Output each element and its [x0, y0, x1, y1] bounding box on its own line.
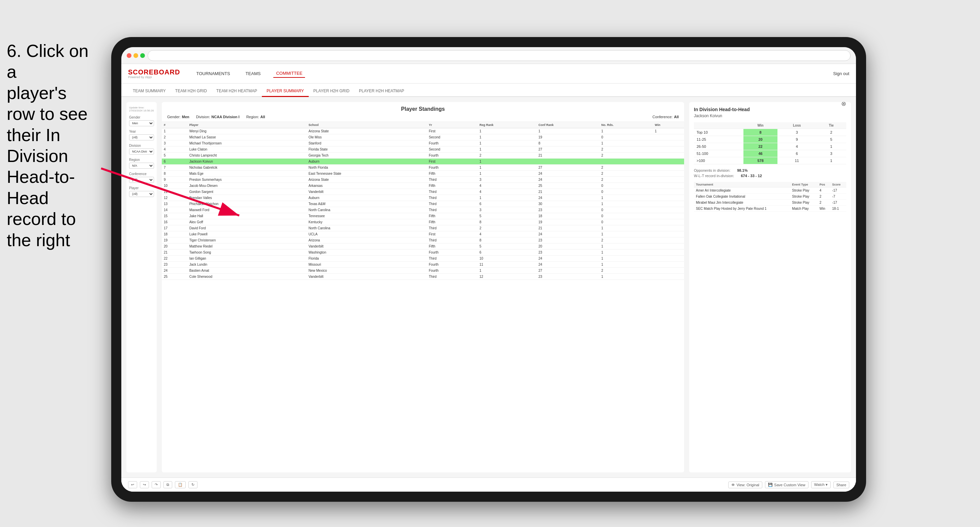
table-row[interactable]: 8 Mats Ege East Tennessee State Fifth 1 …	[162, 171, 684, 177]
h2h-range: Top 10	[694, 129, 743, 136]
table-row[interactable]: 7 Nicholas Gabrelcik North Florida Fourt…	[162, 165, 684, 171]
tournament-row: Mirabel Maui Jim Intercollegiate Stroke …	[694, 200, 846, 206]
h2h-tie: 2	[816, 129, 846, 136]
division-filter-select[interactable]: NCAA Division I	[129, 149, 154, 155]
region-filter-select[interactable]: N/A	[129, 163, 154, 169]
table-row[interactable]: 6 Jackson Koivun Auburn First 1	[162, 159, 684, 165]
conference-label: Conference:	[652, 115, 673, 119]
paste-button[interactable]: 📋	[175, 481, 186, 488]
dot-yellow[interactable]	[134, 53, 138, 58]
table-row[interactable]: 1 Wenyi Ding Arizona State First 1 1 1 1	[162, 128, 684, 134]
cell-player: Mats Ege	[188, 171, 307, 177]
table-row[interactable]: 10 Jacob Mou-Olesen Arkansas Fifth 4 25 …	[162, 183, 684, 189]
view-original-button[interactable]: 👁 View: Original	[728, 481, 762, 488]
table-row[interactable]: 17 David Ford North Carolina Third 2 21 …	[162, 225, 684, 231]
conference-value: All	[674, 115, 679, 119]
table-row[interactable]: 24 Bastien Amat New Mexico Fourth 1 27 2	[162, 268, 684, 274]
nav-committee[interactable]: COMMITTEE	[273, 69, 305, 78]
nav-tournaments[interactable]: TOURNAMENTS	[193, 70, 232, 78]
cell-reg: 5	[477, 243, 536, 249]
player-filter-select[interactable]: (All)	[129, 191, 154, 197]
table-row[interactable]: 11 Gordon Sargent Vanderbilt Third 4 21 …	[162, 189, 684, 195]
cell-rds: 1	[599, 225, 653, 231]
table-row[interactable]: 13 Phichaksn Maichon Texas A&M Third 6 3…	[162, 201, 684, 207]
tab-team-h2h-grid[interactable]: TEAM H2H GRID	[170, 86, 212, 97]
cell-school: New Mexico	[307, 268, 427, 274]
redo-button[interactable]: ↪	[140, 481, 149, 488]
table-row[interactable]: 4 Luke Claton Florida State Second 1 27 …	[162, 146, 684, 152]
table-row[interactable]: 25 Cole Sherwood Vanderbilt Third 12 23 …	[162, 274, 684, 280]
table-row[interactable]: 23 Jack Lundin Missouri Fourth 11 24 1	[162, 262, 684, 268]
table-row[interactable]: 5 Christo Lamprecht Georgia Tech Fourth …	[162, 152, 684, 159]
tournament-table: Tournament Event Type Pos Score Amer Ari…	[694, 182, 846, 212]
table-row[interactable]: 15 Jake Hall Tennessee Fifth 5 18 0	[162, 213, 684, 219]
division-label: Division:	[196, 115, 210, 119]
bottom-toolbar: ↩ ↪ ↷ ⧉ 📋 ↻ 👁 View: Original 💾 Save Cust…	[121, 478, 856, 492]
table-row[interactable]: 3 Michael Thorbjornsen Stanford Fourth 1…	[162, 140, 684, 146]
h2h-range: 26-50	[694, 143, 743, 150]
h2h-breakdown-table: Win Loss Tie Top 10 8 3 2 11-25 20 9 5 2…	[694, 122, 846, 164]
cell-conf: 23	[536, 249, 599, 256]
cell-school: North Carolina	[307, 225, 427, 231]
cell-conf: 8	[536, 140, 599, 146]
t-pos: Win	[818, 206, 830, 212]
cell-win	[653, 165, 684, 171]
cell-yr: Third	[426, 195, 477, 201]
dot-red[interactable]	[127, 53, 131, 58]
forward-button[interactable]: ↷	[152, 481, 161, 488]
opponents-stat-row: Opponents in division: 98.1%	[694, 168, 846, 172]
table-row[interactable]: 20 Matthew Riedel Vanderbilt Fifth 5 20 …	[162, 243, 684, 249]
cell-yr: Fifth	[426, 183, 477, 189]
save-icon: 💾	[768, 483, 773, 487]
table-row[interactable]: 12 Brendan Valles Auburn Third 1 24 1	[162, 195, 684, 201]
table-row[interactable]: 22 Ian Gilligan Florida Third 10 24 1	[162, 256, 684, 262]
cell-num: 14	[162, 207, 188, 213]
h2h-loss: 6	[778, 150, 816, 157]
table-row[interactable]: 14 Maxwell Ford North Carolina Third 3 2…	[162, 207, 684, 213]
h2h-tie: 1	[816, 143, 846, 150]
tab-player-h2h-grid[interactable]: PLAYER H2H GRID	[309, 86, 354, 97]
col-yr: Yr	[426, 122, 477, 128]
dot-green[interactable]	[140, 53, 145, 58]
cell-num: 1	[162, 128, 188, 134]
year-filter-select[interactable]: (All)	[129, 134, 154, 140]
cell-reg: 1	[477, 159, 536, 165]
share-button[interactable]: Share	[834, 481, 849, 488]
tab-team-h2h-heatmap[interactable]: TEAM H2H HEATMAP	[212, 86, 262, 97]
wlt-value: 674 - 33 - 12	[741, 174, 762, 178]
cell-win	[653, 268, 684, 274]
table-row[interactable]: 18 Luke Powell UCLA First 4 24 1	[162, 231, 684, 237]
gender-filter-select[interactable]: Men	[129, 120, 154, 126]
cell-conf: 25	[536, 183, 599, 189]
save-custom-button[interactable]: 💾 Save Custom View	[765, 481, 808, 488]
gender-display: Gender: Men	[167, 115, 189, 119]
cell-reg: 1	[477, 165, 536, 171]
h2h-close-button[interactable]: ⊗	[841, 102, 846, 108]
table-row[interactable]: 9 Preston Summerhays Arizona State Third…	[162, 177, 684, 183]
h2h-row: 26-50 22 4 1	[694, 143, 846, 150]
tab-player-summary[interactable]: PLAYER SUMMARY	[262, 86, 309, 97]
sign-out-link[interactable]: Sign out	[833, 71, 849, 76]
cell-player: Jake Hall	[188, 213, 307, 219]
refresh-button[interactable]: ↻	[188, 481, 197, 488]
cell-num: 16	[162, 219, 188, 225]
table-row[interactable]: 19 Tiger Christensen Arizona Third 8 23 …	[162, 237, 684, 243]
top-nav: SCOREBOARD Powered by clippi TOURNAMENTS…	[121, 64, 856, 84]
table-row[interactable]: 2 Michael La Sasse Ole Miss Second 1 19 …	[162, 134, 684, 140]
browser-bar[interactable]	[148, 50, 851, 61]
tab-player-h2h-heatmap[interactable]: PLAYER H2H HEATMAP	[354, 86, 409, 97]
cell-yr: Fourth	[426, 152, 477, 159]
undo-button[interactable]: ↩	[128, 481, 137, 488]
cell-conf: 27	[536, 146, 599, 152]
nav-teams[interactable]: TEAMS	[243, 70, 264, 78]
conference-filter-select[interactable]: (All)	[129, 177, 154, 183]
cell-yr: Third	[426, 225, 477, 231]
copy-button[interactable]: ⧉	[164, 481, 172, 488]
table-row[interactable]: 21 Taehoon Song Washington Fourth 6 23 1	[162, 249, 684, 256]
tab-team-summary[interactable]: TEAM SUMMARY	[128, 86, 170, 97]
cell-player: Michael Thorbjornsen	[188, 140, 307, 146]
cell-rds: 1	[599, 195, 653, 201]
watch-button[interactable]: Watch ▾	[811, 481, 831, 488]
cell-reg: 3	[477, 207, 536, 213]
table-row[interactable]: 16 Alex Goff Kentucky Fifth 8 19 0	[162, 219, 684, 225]
